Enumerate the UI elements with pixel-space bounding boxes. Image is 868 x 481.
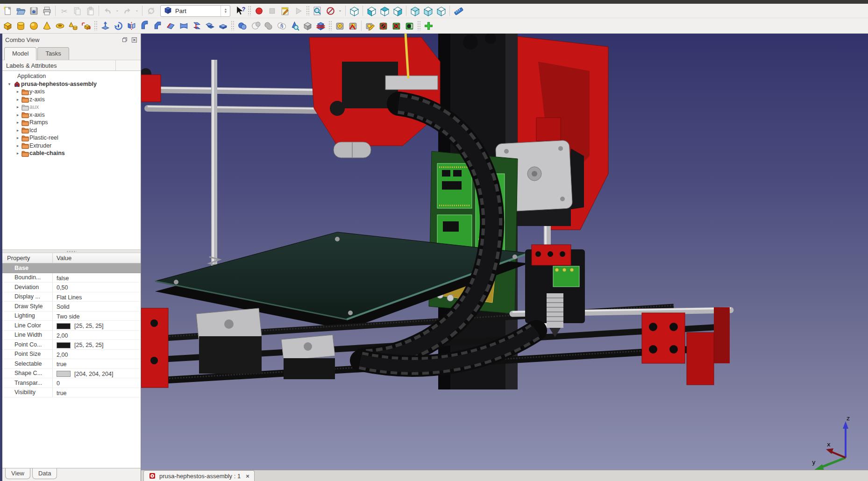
macro-play-icon[interactable] (292, 4, 305, 17)
property-row-lighting[interactable]: LightingTwo side (2, 311, 141, 321)
property-row-deviation[interactable]: Deviation0,50 (2, 283, 141, 292)
boolean-icon[interactable] (235, 19, 249, 32)
expand-arrow-icon[interactable]: ▸ (14, 143, 21, 148)
tree-item-lcd[interactable]: ▸lcd (2, 127, 141, 134)
tree-item-cable-chains[interactable]: ▸cable-chains (2, 149, 141, 157)
property-group-base[interactable]: Base (2, 263, 141, 273)
shape-builder-icon[interactable] (79, 19, 92, 32)
tree-item-x-axis[interactable]: ▸x-axis (2, 111, 141, 119)
defeaturing-icon[interactable] (301, 19, 314, 32)
chamfer-icon[interactable] (151, 19, 164, 32)
expand-arrow-icon[interactable]: ▸ (14, 151, 21, 156)
redo-dropdown-icon[interactable] (134, 4, 140, 17)
save-icon[interactable] (27, 4, 40, 17)
torus-icon[interactable] (53, 19, 66, 32)
measure-distance-icon[interactable] (452, 4, 465, 17)
tree-item-document[interactable]: ▾prusa-hephestos-assembly (2, 80, 141, 88)
tree-item-plastic-reel[interactable]: ▸Plastic-reel (2, 134, 141, 142)
expand-arrow-icon[interactable]: ▾ (6, 82, 13, 86)
expand-arrow-icon[interactable]: ▸ (14, 105, 21, 109)
undo-icon[interactable] (101, 4, 114, 17)
measure-toggle-3d-icon[interactable] (390, 19, 403, 32)
view-top-icon[interactable] (378, 4, 391, 17)
tree-item-ramps[interactable]: ▸Ramps (2, 119, 141, 127)
property-row-line-width[interactable]: Line Width2,00 (2, 331, 141, 340)
primitives-icon[interactable] (66, 19, 79, 32)
draw-style-icon[interactable] (324, 4, 337, 17)
fillet-icon[interactable] (138, 19, 151, 32)
sphere-icon[interactable] (27, 19, 40, 32)
ruled-surface-icon[interactable] (177, 19, 190, 32)
measure-linear-icon[interactable] (333, 19, 346, 32)
redo-icon[interactable] (121, 4, 134, 17)
view-left-icon[interactable] (434, 4, 448, 17)
macro-edit-icon[interactable] (278, 4, 292, 17)
view-isometric-icon[interactable] (348, 4, 361, 17)
tab-model[interactable]: Model (4, 47, 36, 60)
add-item-icon[interactable] (422, 19, 435, 32)
expand-arrow-icon[interactable]: ▸ (14, 135, 21, 140)
check-geometry-icon[interactable] (288, 19, 301, 32)
tab-tasks[interactable]: Tasks (37, 47, 69, 60)
3d-viewport[interactable]: z y x (141, 34, 868, 470)
cut-icon[interactable]: ✂ (57, 4, 71, 17)
new-file-icon[interactable] (1, 4, 14, 17)
make-face-icon[interactable] (164, 19, 177, 32)
close-panel-icon[interactable] (131, 36, 138, 43)
measure-annotate-icon[interactable] (363, 19, 377, 32)
tree-item-y-axis[interactable]: ▸y-axis (2, 88, 141, 96)
tree-root-application[interactable]: Application (2, 72, 141, 80)
macro-stop-icon[interactable] (265, 4, 278, 17)
expand-arrow-icon[interactable]: ▸ (14, 89, 21, 94)
expand-arrow-icon[interactable]: ▸ (14, 97, 21, 102)
measure-toggle-delta-icon[interactable] (403, 19, 416, 32)
macro-record-icon[interactable] (252, 4, 265, 17)
property-row-visibility[interactable]: Visibilitytrue (2, 388, 141, 398)
expand-arrow-icon[interactable]: ▸ (14, 120, 21, 125)
cut-boolean-icon[interactable] (249, 19, 262, 32)
float-panel-icon[interactable] (121, 36, 128, 43)
view-front-icon[interactable] (365, 4, 378, 17)
cone-icon[interactable] (40, 19, 53, 32)
tree-item-z-axis[interactable]: ▸z-axis (2, 96, 141, 104)
view-rear-icon[interactable] (408, 4, 421, 17)
sweep-icon[interactable] (203, 19, 216, 32)
cylinder-icon[interactable] (14, 19, 27, 32)
property-row-shape-c---[interactable]: Shape C...[204, 204, 204] (2, 369, 141, 379)
document-tab-close-icon[interactable]: × (244, 473, 249, 480)
union-icon[interactable] (262, 19, 275, 32)
whats-this-icon[interactable]: ? (233, 4, 246, 17)
view-right-icon[interactable] (391, 4, 404, 17)
measure-clear-icon[interactable] (377, 19, 390, 32)
property-row-point-co---[interactable]: Point Co...[25, 25, 25] (2, 340, 141, 350)
measure-angular-icon[interactable] (346, 19, 359, 32)
workbench-selector[interactable]: Part▲▼ (160, 5, 230, 17)
property-row-selectable[interactable]: Selectabletrue (2, 359, 141, 369)
print-icon[interactable] (40, 4, 53, 17)
box-icon[interactable] (1, 19, 14, 32)
tree-item-aux[interactable]: ▸aux (2, 103, 141, 111)
extrude-icon[interactable] (99, 19, 112, 32)
property-row-point-size[interactable]: Point Size2,00 (2, 350, 141, 360)
property-row-boundin---[interactable]: Boundin...false (2, 273, 141, 283)
panel-splitter[interactable] (2, 249, 141, 253)
section-icon[interactable] (216, 19, 229, 32)
property-row-draw-style[interactable]: Draw StyleSolid (2, 302, 141, 311)
paste-icon[interactable] (84, 4, 97, 17)
tab-data[interactable]: Data (32, 468, 57, 479)
property-row-line-color[interactable]: Line Color[25, 25, 25] (2, 321, 141, 331)
tab-view[interactable]: View (5, 468, 30, 479)
draw-style-dropdown-icon[interactable] (337, 4, 343, 17)
intersection-icon[interactable] (275, 19, 288, 32)
property-row-display----[interactable]: Display ...Flat Lines (2, 292, 141, 302)
document-tab[interactable]: prusa-hephestos-assembly : 1 × (143, 470, 255, 481)
mirror-icon[interactable] (125, 19, 138, 32)
loft-icon[interactable] (190, 19, 203, 32)
undo-dropdown-icon[interactable] (114, 4, 121, 17)
fit-all-icon[interactable] (311, 4, 324, 17)
expand-arrow-icon[interactable]: ▸ (14, 128, 21, 133)
revolve-icon[interactable] (112, 19, 125, 32)
tree-item-extruder[interactable]: ▸Extruder (2, 142, 141, 150)
open-file-icon[interactable] (14, 4, 27, 17)
refresh-icon[interactable] (144, 4, 157, 17)
